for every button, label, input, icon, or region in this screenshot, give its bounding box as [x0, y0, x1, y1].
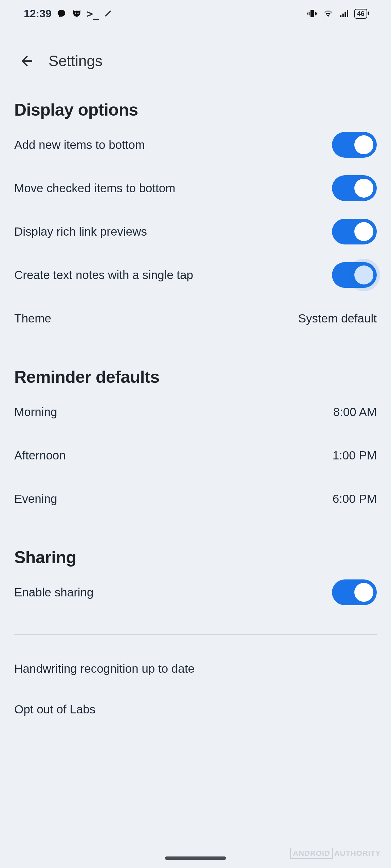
signal-icon: [339, 8, 350, 19]
terminal-icon: >_: [87, 8, 99, 20]
row-add-bottom[interactable]: Add new items to bottom: [14, 123, 377, 166]
row-enable-sharing[interactable]: Enable sharing: [14, 571, 377, 614]
section-title-sharing: Sharing: [14, 520, 377, 571]
row-afternoon[interactable]: Afternoon 1:00 PM: [14, 434, 377, 477]
row-handwriting[interactable]: Handwriting recognition up to date: [14, 642, 377, 682]
wifi-icon: [322, 8, 334, 19]
gesture-handle[interactable]: [165, 856, 226, 860]
svg-point-0: [75, 13, 76, 14]
row-single-tap[interactable]: Create text notes with a single tap: [14, 253, 377, 297]
statusbar-time: 12:39: [24, 7, 52, 20]
page-title: Settings: [49, 53, 103, 70]
cat-icon: [71, 8, 82, 19]
row-rich-links[interactable]: Display rich link previews: [14, 210, 377, 253]
row-label: Add new items to bottom: [14, 138, 145, 152]
watermark-b: AUTHORITY: [334, 849, 381, 857]
row-label: Morning: [14, 405, 57, 419]
battery-level: 46: [357, 10, 365, 18]
row-label: Opt out of Labs: [14, 703, 95, 716]
toggle-rich-links[interactable]: [332, 219, 377, 244]
watermark-a: ANDROID: [290, 848, 333, 859]
row-morning[interactable]: Morning 8:00 AM: [14, 390, 377, 434]
row-label: Theme: [14, 312, 51, 325]
battery-icon: 46: [354, 9, 367, 19]
row-opt-out-labs[interactable]: Opt out of Labs: [14, 682, 377, 723]
statusbar: 12:39 >_ 46: [0, 0, 391, 27]
back-button[interactable]: [19, 53, 35, 69]
content: Display options Add new items to bottom …: [0, 73, 391, 723]
row-evening[interactable]: Evening 6:00 PM: [14, 477, 377, 520]
toggle-add-bottom[interactable]: [332, 132, 377, 158]
row-value: 8:00 AM: [333, 405, 377, 419]
row-label: Afternoon: [14, 449, 66, 462]
toggle-enable-sharing[interactable]: [332, 579, 377, 605]
appbar: Settings: [0, 27, 391, 73]
row-move-checked[interactable]: Move checked items to bottom: [14, 166, 377, 210]
row-label: Evening: [14, 492, 57, 506]
section-title-reminders: Reminder defaults: [14, 340, 377, 390]
toggle-move-checked[interactable]: [332, 175, 377, 201]
divider: [14, 634, 377, 635]
row-label: Enable sharing: [14, 586, 94, 599]
stylus-icon: [104, 9, 112, 18]
row-value: System default: [298, 312, 377, 325]
vibrate-icon: [307, 8, 318, 19]
toggle-single-tap[interactable]: [332, 262, 377, 288]
svg-point-1: [77, 13, 79, 14]
row-value: 1:00 PM: [333, 449, 377, 462]
row-label: Move checked items to bottom: [14, 181, 175, 195]
watermark: ANDROIDAUTHORITY: [290, 849, 381, 858]
row-label: Create text notes with a single tap: [14, 268, 193, 282]
row-label: Display rich link previews: [14, 225, 147, 238]
section-title-display: Display options: [14, 73, 377, 123]
row-theme[interactable]: Theme System default: [14, 297, 377, 340]
row-value: 6:00 PM: [333, 492, 377, 506]
row-label: Handwriting recognition up to date: [14, 662, 194, 675]
chat-bubble-icon: [56, 8, 67, 19]
